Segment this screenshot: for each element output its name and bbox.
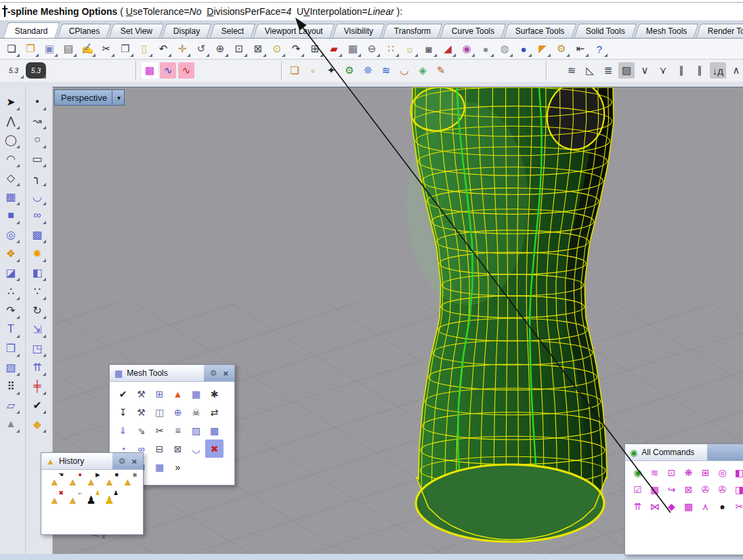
open-file-icon[interactable]: ❐	[22, 41, 39, 57]
update-children-icon[interactable]: ♟ ♟	[82, 491, 100, 509]
gear-icon[interactable]: ⚙	[210, 368, 217, 378]
rendered-display-icon[interactable]: ●	[515, 41, 532, 57]
tab-viewport-layout[interactable]: Viewport Layout	[253, 24, 335, 38]
mesh-tools-titlebar[interactable]: ▦ Mesh Tools ⚙ ×	[110, 365, 234, 382]
update-parents-icon[interactable]: ♟ ♟	[100, 491, 119, 509]
tab-surface-tools[interactable]: Surface Tools	[504, 24, 576, 38]
ts-weld-pipe-2-icon[interactable]: ✇	[714, 481, 731, 498]
turntable-icon[interactable]: ❊	[360, 62, 376, 79]
weld-plate-2-icon[interactable]: ⊠	[169, 439, 187, 458]
point-set-icon[interactable]: ∵	[28, 282, 46, 300]
print-icon[interactable]: ▤	[60, 41, 77, 57]
flip-mesh-icon[interactable]: ⇄	[205, 403, 224, 421]
close-icon[interactable]: ×	[223, 368, 228, 379]
pointer-cone-icon[interactable]: ◤	[534, 41, 551, 57]
tab-render-tools[interactable]: Render To	[696, 24, 743, 38]
point-icon[interactable]: •	[28, 93, 46, 110]
gear-icon[interactable]: ⚙	[119, 456, 126, 466]
solid-box-icon[interactable]: ▧	[2, 358, 20, 376]
ts-clip-2-icon[interactable]: ◨	[731, 481, 743, 498]
block-icon[interactable]: ❒	[2, 339, 20, 357]
zoom-selected-icon[interactable]: ⊙	[269, 41, 285, 57]
ts-down-arrow-icon[interactable]: ↓д	[710, 62, 726, 79]
dash-mesh-icon[interactable]: ≡	[169, 421, 187, 439]
ts-convert-selected-icon[interactable]: ▨	[618, 62, 635, 79]
cplane-icon[interactable]: ▦	[345, 41, 361, 57]
tab-standard[interactable]: Standard	[3, 22, 60, 39]
repair-mesh-icon[interactable]: ⚒	[132, 385, 150, 403]
bend-mesh-icon[interactable]: ◡	[187, 439, 205, 458]
options-gear-icon[interactable]: ⚙	[553, 41, 570, 57]
check-mesh-icon[interactable]: ✔	[114, 385, 132, 403]
dimension-icon[interactable]: ⇤	[572, 41, 589, 57]
tab-transform[interactable]: Transform	[382, 24, 442, 38]
explode-puzzle-icon[interactable]: ❖	[2, 244, 20, 262]
array-icon[interactable]: ⠿	[2, 377, 20, 395]
ts-blue-curve-icon[interactable]: ∿	[160, 62, 176, 79]
explode-flash-icon[interactable]: ✹	[28, 244, 46, 262]
lock-icon[interactable]: ◙	[421, 41, 437, 57]
viewport-title-dropdown[interactable]: Perspective ▾	[54, 89, 125, 106]
frame-small-icon[interactable]: ▫	[305, 62, 321, 79]
extrude-icon[interactable]: ⇈	[28, 358, 46, 376]
ts-grid-delete-icon[interactable]: ⊠	[680, 481, 697, 498]
ts-extrude-icon[interactable]: ⇈	[629, 498, 646, 515]
ts-grid-icon[interactable]: ▦	[646, 481, 663, 498]
frame-capture-icon[interactable]: ❏	[286, 62, 303, 79]
tab-curve-tools[interactable]: Curve Tools	[440, 24, 507, 38]
replay-history-icon[interactable]: ▲ ▶	[82, 473, 100, 491]
sketch-pencil-icon[interactable]: ✎	[433, 62, 449, 79]
history-titlebar[interactable]: ▲ History ⚙ ×	[41, 453, 143, 470]
ts-cube-icon[interactable]: ⊡	[663, 464, 680, 481]
adjust-handles-icon[interactable]: ↻	[28, 301, 46, 319]
ts-clip-3-icon[interactable]: ✂	[731, 498, 743, 515]
project-mesh-icon[interactable]: ⇘	[132, 421, 150, 439]
wave-texture-icon[interactable]: ≋	[378, 62, 394, 79]
command-prompt[interactable]: T-spline Meshing Options ( UseTolerance=…	[0, 3, 743, 20]
layer-icon[interactable]: ◢	[440, 41, 456, 57]
animation-setup-icon[interactable]: ⚙	[341, 62, 358, 79]
select-cursor-icon[interactable]: ➤	[2, 93, 20, 110]
interp-curve-icon[interactable]: ↝	[28, 112, 46, 129]
ts-insert-edge-icon[interactable]: ∥	[673, 62, 689, 79]
first-last-frame-icon[interactable]: ◡	[396, 62, 412, 79]
tab-select[interactable]: Select	[209, 24, 255, 38]
ts-box-points-icon[interactable]: ⊞	[697, 464, 714, 481]
all-commands-titlebar[interactable]: ◉ All Commands	[625, 444, 743, 461]
reduce-mesh-icon[interactable]: ✱	[205, 385, 224, 403]
rotate-view-icon[interactable]: ↺	[193, 41, 209, 57]
tab-visibility[interactable]: Visibility	[332, 24, 385, 38]
revolve-icon[interactable]: ◎	[2, 225, 20, 243]
ts-weld-pipe-icon[interactable]: ✇	[697, 481, 714, 498]
ts-surface-icon[interactable]: ≋	[646, 464, 663, 481]
osnap-icon[interactable]: ∷	[383, 41, 399, 57]
purge-mesh-icon[interactable]: ☠	[187, 403, 205, 421]
annotate-icon[interactable]: ✍	[79, 41, 95, 57]
purge-history-icon[interactable]: ▲ ✖	[45, 491, 64, 509]
ts-v-point-icon[interactable]: ∨	[637, 62, 653, 79]
polyline-icon[interactable]: ⋀	[2, 112, 20, 129]
check-icon[interactable]: ✔	[28, 396, 46, 414]
dim-decimal-icon[interactable]: 5.3	[3, 62, 24, 79]
select-dependents-icon[interactable]: ▲ ⌐	[64, 491, 82, 509]
ts-grid-patch-icon[interactable]: ▩	[680, 498, 697, 515]
mesh-array-icon[interactable]: ▦	[187, 385, 205, 403]
tab-mesh-tools[interactable]: Mesh Tools	[634, 24, 698, 38]
shaded-display-icon[interactable]: ●	[477, 41, 494, 57]
ts-peel-icon[interactable]: ◺	[582, 62, 598, 79]
mesh-surface-icon[interactable]: ▩	[28, 225, 46, 243]
ghosted-display-icon[interactable]: ◍	[496, 41, 513, 57]
color-wheel-icon[interactable]: ◉	[459, 41, 475, 57]
boolean-spheres-icon[interactable]: ∞	[28, 207, 46, 224]
tab-display[interactable]: Display	[162, 24, 212, 38]
primitive-cone-icon[interactable]: ▲	[2, 415, 20, 433]
add-face-icon[interactable]: ⊕	[169, 403, 187, 421]
split-mesh-icon[interactable]: ✂	[150, 421, 169, 439]
ellipse-icon[interactable]: ○	[28, 131, 46, 148]
ts-y-branch-icon[interactable]: ⋎	[655, 62, 671, 79]
copy-icon[interactable]: ❒	[117, 41, 133, 57]
help-icon[interactable]: ?	[591, 41, 608, 57]
ts-mesh-convert-icon[interactable]: ▦	[142, 62, 158, 79]
undo-view-icon[interactable]: ↷	[288, 41, 304, 57]
mesh-plane-icon[interactable]: ▦	[150, 458, 169, 476]
